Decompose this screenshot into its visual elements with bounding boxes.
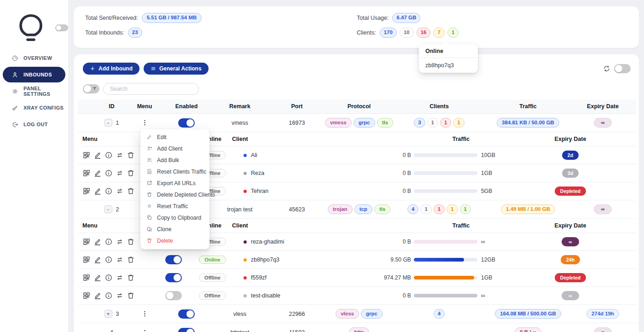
header-traffic: Traffic [485, 103, 571, 110]
traffic-bar [414, 276, 477, 280]
client-name: test-disable [251, 292, 280, 299]
qrcode-icon[interactable] [82, 291, 91, 300]
reset-traffic-icon[interactable] [116, 291, 124, 300]
qrcode-icon[interactable] [82, 187, 91, 195]
menu-item-reset-traffic[interactable]: Reset Traffic [140, 200, 209, 212]
delete-icon[interactable] [127, 256, 135, 264]
sidebar-item-xray-configs[interactable]: XRAY CONFIGS [0, 99, 68, 116]
count-badge: 1 [427, 118, 438, 128]
edit-icon[interactable] [93, 151, 102, 159]
menu-item-add-bulk[interactable]: Add Bulk [140, 154, 209, 166]
qrcode-icon[interactable] [82, 169, 91, 177]
reset-traffic-icon[interactable] [116, 256, 124, 264]
sidebar-item-panel-settings[interactable]: PANEL SETTINGS [0, 83, 68, 99]
edit-icon[interactable] [93, 187, 102, 195]
row-menu-button[interactable] [141, 119, 149, 127]
clients-depleted-badge[interactable]: 16 [417, 28, 431, 38]
menu-item-delete[interactable]: Delete [140, 235, 209, 246]
sidebar-item-inbounds[interactable]: INBOUNDS [3, 67, 65, 82]
edit-icon[interactable] [93, 169, 102, 177]
info-icon[interactable] [104, 169, 113, 177]
inbound-row-4: 4 httptest 11503 http 0 B / ∞ ∞ [78, 323, 636, 332]
clients-total-badge[interactable]: 170 [380, 28, 397, 38]
filter-toggle[interactable] [83, 84, 99, 93]
search-input[interactable] [103, 83, 199, 95]
enabled-toggle[interactable] [178, 309, 195, 319]
reset-traffic-icon[interactable] [116, 238, 124, 246]
row-menu-button[interactable] [141, 329, 149, 332]
menu-item-delete-depleted-clients[interactable]: Delete Depleted Clients [140, 189, 209, 200]
menu-item-edit[interactable]: Edit [140, 131, 209, 143]
qrcode-icon[interactable] [82, 151, 91, 159]
traffic-badge: 384.81 KB / 50.00 GB [497, 118, 559, 128]
reset-traffic-icon[interactable] [116, 151, 124, 159]
sidebar-item-logout[interactable]: LOG OUT [0, 116, 68, 133]
trash-icon [146, 192, 152, 198]
client-row-f559zf: Offline f559zf 974.27 MB 1GB Depleted [78, 269, 636, 287]
enabled-toggle[interactable] [178, 118, 195, 128]
collapse-button[interactable]: - [104, 205, 112, 213]
theme-toggle[interactable] [55, 24, 68, 31]
reset-traffic-icon[interactable] [116, 169, 124, 177]
reset-traffic-icon[interactable] [116, 274, 124, 282]
delete-icon[interactable] [127, 169, 135, 177]
client-dot [244, 294, 247, 297]
expand-button[interactable]: + [104, 310, 112, 318]
edit-icon[interactable] [93, 274, 102, 282]
menu-item-reset-clients-traffic[interactable]: Reset Clients Traffic [140, 166, 209, 177]
menu-item-clone[interactable]: Clone [140, 223, 209, 235]
qrcode-icon[interactable] [82, 238, 91, 246]
menu-item-add-client[interactable]: Add Client [140, 143, 209, 154]
qrcode-icon[interactable] [82, 256, 91, 264]
client-expiry-badge: 24h [561, 255, 580, 264]
clients-expiring-badge[interactable]: 7 [433, 28, 444, 38]
menu-item-export-all-urls[interactable]: Export All URLs [140, 177, 209, 189]
general-actions-button[interactable]: General Actions [144, 63, 209, 75]
edit-icon[interactable] [93, 291, 102, 300]
sidebar-item-label: OVERVIEW [23, 55, 52, 61]
client-row-zb8hpo7q3: Online zb8hpo7q3 9.50 GB 12GB 24h [78, 251, 636, 269]
menu-item-copy-to-clipboard[interactable]: Copy to Clipboard [140, 212, 209, 223]
sidebar-item-label: PANEL SETTINGS [23, 86, 68, 97]
info-icon[interactable] [104, 256, 113, 264]
delete-icon[interactable] [127, 151, 135, 159]
info-icon[interactable] [104, 187, 113, 195]
count-badge: 1 [447, 204, 458, 215]
inbound-id: 3 [116, 311, 119, 317]
info-icon[interactable] [104, 238, 113, 246]
clients-online-badge[interactable]: 1 [447, 28, 458, 38]
remark: trojan test [211, 206, 269, 213]
delete-icon[interactable] [127, 187, 135, 195]
qrcode-icon[interactable] [82, 274, 91, 282]
collapse-button[interactable]: - [104, 119, 112, 127]
key-icon [12, 105, 18, 111]
refresh-icon[interactable] [603, 65, 610, 72]
info-icon[interactable] [104, 291, 113, 300]
reset-traffic-icon[interactable] [116, 187, 124, 195]
traffic-bar [414, 258, 477, 262]
info-icon[interactable] [104, 274, 113, 282]
delete-icon[interactable] [127, 238, 135, 246]
sidebar-item-overview[interactable]: OVERVIEW [0, 50, 68, 66]
enabled-toggle[interactable] [178, 328, 195, 332]
client-actions [78, 274, 154, 282]
auto-refresh-toggle[interactable] [614, 64, 631, 73]
client-enabled-toggle[interactable] [165, 291, 182, 300]
clients-deactive-badge[interactable]: 10 [400, 28, 414, 38]
add-inbound-button[interactable]: Add Inbound [83, 63, 139, 75]
info-icon[interactable] [104, 151, 113, 159]
edit-icon[interactable] [93, 256, 102, 264]
row-menu-button[interactable] [141, 310, 149, 318]
client-enabled-toggle[interactable] [165, 273, 182, 282]
edit-icon[interactable] [93, 238, 102, 246]
popover-title: Online [419, 44, 478, 58]
client-actions [78, 291, 154, 300]
client-enabled-toggle[interactable] [165, 255, 182, 264]
client-name: Ali [251, 152, 257, 158]
header-menu: Menu [127, 103, 162, 110]
count-badge: 1 [460, 204, 471, 215]
reset-clients-traffic-icon [146, 169, 152, 175]
delete-icon[interactable] [127, 274, 135, 282]
delete-icon[interactable] [127, 291, 135, 300]
copy-icon [146, 215, 152, 221]
